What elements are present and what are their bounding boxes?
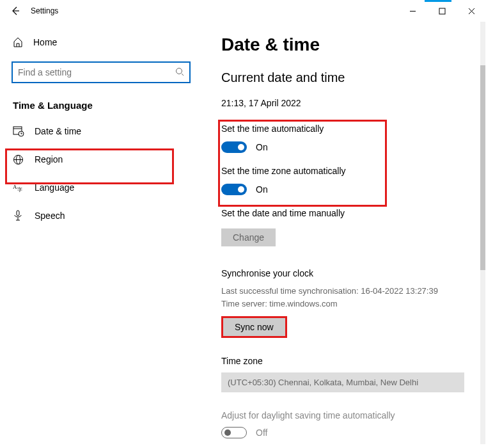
svg-line-5 xyxy=(182,74,184,76)
titlebar: Settings xyxy=(0,0,486,22)
svg-text:A: A xyxy=(13,184,17,190)
home-label: Home xyxy=(33,37,57,47)
annotation-highlight-sync: Sync now xyxy=(221,316,287,338)
sidebar: Home Time & Language Date & time Region … xyxy=(0,22,202,448)
back-button[interactable] xyxy=(3,0,28,22)
sync-server-text: Time server: time.windows.com xyxy=(221,298,467,310)
sync-last-text: Last successful time synchronisation: 16… xyxy=(221,285,467,298)
nav-item-date-time[interactable]: Date & time xyxy=(0,117,202,145)
timezone-select[interactable]: (UTC+05:30) Chennai, Kolkata, Mumbai, Ne… xyxy=(221,372,464,392)
manual-set-label: Set the date and time manually xyxy=(221,208,467,218)
svg-rect-16 xyxy=(17,211,19,216)
page-title: Date & time xyxy=(221,35,467,55)
scrollbar[interactable] xyxy=(480,22,485,444)
nav-item-region[interactable]: Region xyxy=(0,145,202,173)
toggle-label: Set the time zone automatically xyxy=(221,166,467,176)
toggle-label: Set the time automatically xyxy=(221,124,467,134)
svg-rect-1 xyxy=(439,8,445,14)
search-icon xyxy=(175,67,184,78)
scrollbar-thumb[interactable] xyxy=(480,65,485,270)
toggle-switch-dst xyxy=(221,427,247,438)
calendar-clock-icon xyxy=(13,125,28,137)
window-controls xyxy=(398,0,486,22)
minimize-button[interactable] xyxy=(398,0,427,22)
nav-label: Region xyxy=(35,154,63,164)
close-button[interactable] xyxy=(457,0,486,22)
toggle-state: Off xyxy=(256,428,267,438)
accent-bar xyxy=(425,0,451,2)
change-button: Change xyxy=(221,228,276,246)
home-nav[interactable]: Home xyxy=(0,31,202,54)
search-box[interactable] xyxy=(12,61,191,83)
language-icon: A字 xyxy=(13,182,28,193)
toggle-auto-time: Set the time automatically On xyxy=(221,124,467,153)
svg-text:字: 字 xyxy=(17,187,22,193)
nav-label: Date & time xyxy=(35,126,81,136)
timezone-title: Time zone xyxy=(221,356,467,366)
sync-now-button[interactable]: Sync now xyxy=(223,318,285,336)
toggle-switch-auto-timezone[interactable] xyxy=(221,184,247,195)
nav-label: Language xyxy=(35,182,74,193)
sync-title: Synchronise your clock xyxy=(221,268,467,278)
microphone-icon xyxy=(13,210,28,221)
toggle-switch-auto-time[interactable] xyxy=(221,141,247,153)
nav-label: Speech xyxy=(35,211,65,221)
search-input[interactable] xyxy=(18,67,175,77)
toggle-state: On xyxy=(256,184,268,195)
category-title: Time & Language xyxy=(0,83,202,117)
toggle-state: On xyxy=(256,142,268,152)
current-datetime: 21:13, 17 April 2022 xyxy=(221,98,467,108)
home-icon xyxy=(13,37,28,47)
maximize-button[interactable] xyxy=(427,0,457,22)
section-current: Current date and time xyxy=(221,70,467,85)
nav-item-speech[interactable]: Speech xyxy=(0,202,202,230)
content-panel: Date & time Current date and time 21:13,… xyxy=(202,22,486,448)
window-title: Settings xyxy=(31,6,58,15)
toggle-auto-timezone: Set the time zone automatically On xyxy=(221,166,467,195)
nav-item-language[interactable]: A字 Language xyxy=(0,173,202,202)
globe-icon xyxy=(13,154,28,165)
svg-point-4 xyxy=(176,68,182,74)
dst-title: Adjust for daylight saving time automati… xyxy=(221,410,467,420)
